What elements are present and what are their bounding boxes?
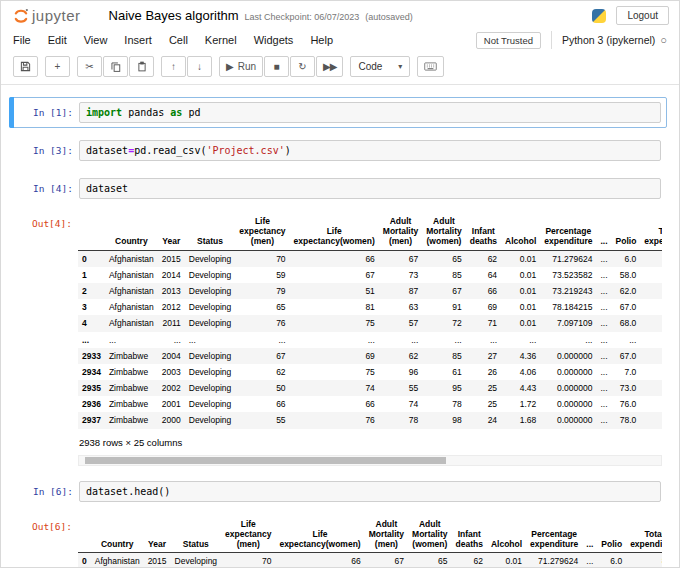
- code-cell-1[interactable]: In [1]: import pandas as pd: [9, 97, 667, 128]
- table-cell: ...: [501, 332, 540, 348]
- table-cell: 85: [422, 348, 465, 364]
- table-cell: Afghanistan: [105, 250, 158, 267]
- table-cell: 6.0: [597, 553, 626, 568]
- row-index: 2: [78, 283, 105, 299]
- table-cell: ...: [466, 332, 501, 348]
- copy-icon: [111, 62, 121, 72]
- code-input-4[interactable]: dataset: [79, 178, 661, 199]
- scrollbar-thumb[interactable]: [85, 457, 446, 464]
- jupyter-logo[interactable]: jupyter: [13, 7, 81, 24]
- table-cell: 2000: [158, 412, 185, 428]
- table-header-row: CountryYearStatusLife expectancy (men)Li…: [78, 213, 662, 250]
- cut-cell-button[interactable]: ✂: [77, 56, 102, 77]
- column-header: Life expectancy (men): [221, 516, 275, 553]
- move-up-button[interactable]: ↑: [161, 56, 186, 77]
- table-cell: ...: [582, 553, 597, 568]
- column-header: Polio: [597, 516, 626, 553]
- table-cell: 0.000000: [540, 412, 596, 428]
- move-group: ↑ ↓: [161, 56, 212, 77]
- table-cell: 8.52: [640, 364, 662, 380]
- dataframe-shape-4: 2938 rows × 25 columns: [79, 437, 662, 448]
- table-cell: 74: [379, 396, 422, 412]
- restart-kernel-button[interactable]: ↻: [290, 56, 315, 77]
- paste-icon: [137, 61, 147, 72]
- table-cell: 7.10: [640, 412, 662, 428]
- save-button[interactable]: [13, 56, 38, 77]
- notebook-title[interactable]: Naive Bayes algorithm: [109, 8, 239, 23]
- table-cell: 24: [466, 412, 501, 428]
- table-cell: 8.13: [640, 283, 662, 299]
- column-header: Life expectancy (men): [235, 213, 289, 250]
- table-cell: 73.0: [612, 380, 641, 396]
- table-cell: 62: [452, 553, 487, 568]
- copy-cell-button[interactable]: [103, 56, 128, 77]
- table-cell: 4.43: [501, 380, 540, 396]
- table-cell: 0.000000: [540, 348, 596, 364]
- table-cell: Developing: [185, 250, 236, 267]
- table-cell: ...: [290, 332, 379, 348]
- menu-cell[interactable]: Cell: [169, 34, 188, 46]
- code-input-1[interactable]: import pandas as pd: [79, 102, 661, 123]
- table-cell: 71.279624: [526, 553, 582, 568]
- code-input-6[interactable]: dataset.head(): [79, 481, 661, 502]
- table-cell: 66: [235, 396, 289, 412]
- code-cell-4[interactable]: In [4]: dataset: [9, 173, 667, 204]
- trust-status-badge[interactable]: Not Trusted: [476, 32, 541, 49]
- table-cell: 2003: [158, 364, 185, 380]
- run-icon: ▶: [226, 62, 234, 72]
- table-row: 2933Zimbabwe2004Developing67696285274.36…: [78, 348, 662, 364]
- table-cell: 76: [235, 315, 289, 331]
- code-cell-3[interactable]: In [3]: dataset=pd.read_csv('Project.csv…: [9, 135, 667, 166]
- code-token: dataset.head(): [86, 486, 170, 497]
- logout-button[interactable]: Logout: [616, 6, 669, 25]
- table-cell: 6.0: [612, 250, 641, 267]
- menu-view[interactable]: View: [84, 34, 108, 46]
- add-cell-button[interactable]: +: [45, 56, 70, 77]
- table-cell: 7.0: [612, 364, 641, 380]
- code-token: as: [170, 107, 188, 118]
- table-cell: 0.000000: [540, 380, 596, 396]
- header-bar: jupyter Naive Bayes algorithm Last Check…: [1, 1, 679, 27]
- table-cell: 2002: [158, 380, 185, 396]
- table-cell: ...: [596, 364, 611, 380]
- table-cell: 63: [379, 299, 422, 315]
- menu-insert[interactable]: Insert: [124, 34, 152, 46]
- arrow-down-icon: ↓: [197, 62, 202, 72]
- code-cell-6[interactable]: In [6]: dataset.head(): [9, 476, 667, 507]
- table-cell: Afghanistan: [91, 553, 144, 568]
- run-button[interactable]: ▶ Run: [219, 56, 263, 77]
- table-cell: ...: [596, 283, 611, 299]
- input-prompt-1: In [1]:: [15, 102, 79, 123]
- table-cell: 66: [275, 553, 364, 568]
- command-palette-button[interactable]: [417, 56, 444, 77]
- column-header: Status: [171, 516, 222, 553]
- move-down-button[interactable]: ↓: [187, 56, 212, 77]
- code-token: pandas: [128, 107, 170, 118]
- table-cell: ...: [596, 267, 611, 283]
- output-area-6: Out[6]: CountryYearStatusLife expectancy…: [9, 514, 667, 568]
- cell-type-dropdown[interactable]: Code ▾: [350, 56, 410, 77]
- table-cell: 67: [422, 283, 465, 299]
- interrupt-kernel-button[interactable]: ■: [264, 56, 289, 77]
- menu-help[interactable]: Help: [310, 34, 333, 46]
- table-cell: 67: [365, 553, 408, 568]
- paste-cell-button[interactable]: [129, 56, 154, 77]
- column-header: Adult Mortality (men): [365, 516, 408, 553]
- column-header: [78, 516, 91, 553]
- column-header: Adult Mortality (women): [422, 213, 465, 250]
- menu-edit[interactable]: Edit: [48, 34, 67, 46]
- menu-kernel[interactable]: Kernel: [205, 34, 237, 46]
- table-cell: 1.72: [501, 396, 540, 412]
- code-token: dataset: [86, 145, 128, 156]
- table-cell: 62: [466, 250, 501, 267]
- table-cell: 72: [422, 315, 465, 331]
- run-label: Run: [238, 61, 256, 72]
- table-cell: ...: [596, 380, 611, 396]
- restart-run-all-button[interactable]: ▶▶: [316, 56, 343, 77]
- table-row: 1Afghanistan2014Developing59677385640.01…: [78, 267, 662, 283]
- table-cell: 2015: [144, 553, 171, 568]
- horizontal-scrollbar[interactable]: [78, 455, 662, 466]
- menu-file[interactable]: File: [13, 34, 31, 46]
- menu-widgets[interactable]: Widgets: [254, 34, 294, 46]
- code-input-3[interactable]: dataset=pd.read_csv('Project.csv'): [79, 140, 661, 161]
